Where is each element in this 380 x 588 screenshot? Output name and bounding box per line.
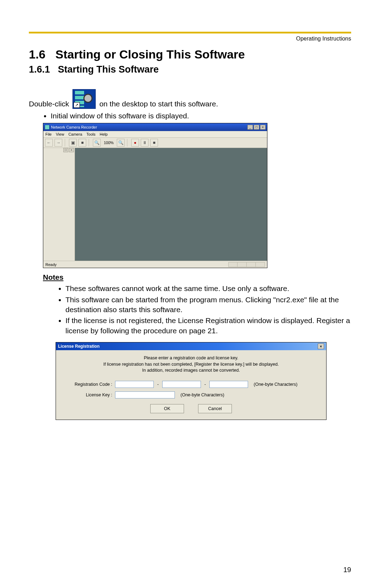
reg-code-label: Registration Code :	[63, 382, 112, 387]
ok-button[interactable]: OK	[150, 404, 184, 413]
back-icon[interactable]: ←	[45, 139, 53, 147]
menu-file[interactable]: File	[45, 132, 52, 136]
close-button[interactable]: ×	[260, 125, 266, 130]
note-item: This software can be started from the pr…	[65, 295, 351, 315]
msg-line1: Please enter a registration code and lic…	[63, 355, 319, 361]
minimize-button[interactable]: _	[247, 125, 253, 130]
menu-view[interactable]: View	[56, 132, 64, 136]
desktop-shortcut-icon: ↗	[72, 89, 96, 109]
note-item: If the license is not registered, the Li…	[65, 316, 351, 336]
reg-code-input-2[interactable]	[162, 381, 201, 388]
maximize-button[interactable]: □	[254, 125, 259, 130]
notes-list: These softwares cannot work at the same …	[29, 284, 351, 336]
stop-icon[interactable]: ■	[78, 139, 86, 147]
ss2-message: Please enter a registration code and lic…	[63, 355, 319, 374]
dialog-close-button[interactable]: ×	[318, 343, 324, 349]
lead-after: on the desktop to start this software.	[99, 99, 218, 109]
license-key-hint: (One-byte Characters)	[180, 392, 224, 397]
reg-code-input-3[interactable]	[209, 381, 248, 388]
ss1-title: Network Camera Recorder	[51, 125, 97, 129]
screenshot-license-dialog: License Registration × Please enter a re…	[56, 342, 327, 420]
zoom-in-icon[interactable]: 🔍	[93, 139, 101, 147]
zoom-out-icon[interactable]: 🔍	[117, 139, 125, 147]
menu-help[interactable]: Help	[100, 132, 108, 136]
section-number: 1.6	[29, 48, 45, 61]
pane-tab-b[interactable]: ×	[69, 148, 74, 152]
license-key-input[interactable]	[115, 391, 175, 398]
status-cells	[228, 262, 265, 267]
screenshot-initial-window: Network Camera Recorder _ □ × File View …	[43, 123, 267, 268]
ss1-menubar: File View Camera Tools Help	[43, 131, 267, 137]
dash: -	[204, 382, 207, 387]
cancel-button[interactable]: Cancel	[198, 404, 232, 413]
subsection-title-text: Starting This Software	[58, 64, 159, 75]
section-title-text: Starting or Closing This Software	[56, 48, 245, 61]
reg-code-input-1[interactable]	[115, 381, 154, 388]
subsection-title: 1.6.1 Starting This Software	[29, 64, 351, 75]
ss1-sidepane: □ ×	[43, 148, 75, 261]
header-right: Operating Instructions	[29, 36, 351, 42]
msg-line2: If license registration has not been com…	[63, 361, 319, 368]
license-key-label: License Key :	[63, 392, 112, 397]
stop2-icon[interactable]: ■	[150, 139, 158, 147]
ss2-title: License Registration	[58, 344, 100, 349]
note-item: These softwares cannot work at the same …	[65, 284, 351, 293]
section-title: 1.6 Starting or Closing This Software	[29, 48, 351, 61]
page-number: 19	[343, 566, 351, 574]
menu-tools[interactable]: Tools	[87, 132, 96, 136]
ss2-titlebar: License Registration ×	[56, 342, 326, 350]
ss1-viewer	[75, 148, 267, 261]
pane-tab-a[interactable]: □	[63, 148, 68, 152]
menu-camera[interactable]: Camera	[68, 132, 82, 136]
record-icon[interactable]: ●	[131, 139, 139, 147]
ss1-toolbar: ← → ▣ ■ 🔍 100% 🔍 ● ⏸ ■	[43, 137, 267, 148]
status-text: Ready	[45, 262, 57, 267]
ss1-titlebar: Network Camera Recorder _ □ ×	[43, 123, 267, 131]
dash: -	[157, 382, 159, 387]
app-icon	[45, 125, 50, 130]
lead-bullet: Initial window of this software is displ…	[51, 111, 351, 121]
subsection-number: 1.6.1	[29, 64, 50, 75]
fullscreen-icon[interactable]: ▣	[69, 139, 77, 147]
lead-before: Double-click	[29, 99, 69, 109]
zoom-label: 100%	[102, 141, 115, 145]
forward-icon[interactable]: →	[55, 139, 62, 147]
msg-line3: In addition, recorded images cannot be c…	[63, 367, 319, 374]
reg-code-hint: (One-byte Characters)	[254, 382, 297, 387]
pause-icon[interactable]: ⏸	[141, 139, 148, 147]
ss1-statusbar: Ready	[43, 261, 267, 268]
notes-heading: Notes	[43, 273, 351, 281]
accent-rule	[29, 32, 351, 33]
